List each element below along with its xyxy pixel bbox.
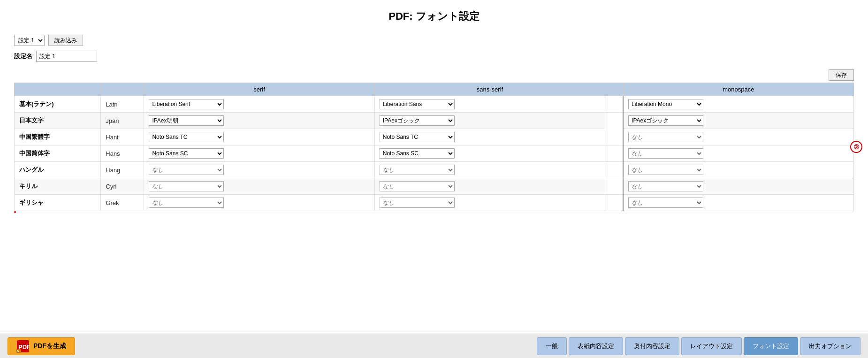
serif-cell-latn: Liberation Serif [144, 96, 374, 113]
top-controls: 設定 1 読み込み [14, 35, 854, 46]
mono-select-jpan[interactable]: IPAexゴシック [628, 115, 703, 126]
serif-select-jpan[interactable]: IPAex明朝 [149, 115, 224, 126]
pdf-generate-label: PDFを生成 [33, 342, 66, 350]
header-empty1 [15, 83, 101, 96]
mono-select-cyrl[interactable]: なし [628, 181, 703, 191]
row-label-cyrl: キリル [15, 178, 101, 195]
serif-cell-grek: なし [144, 195, 374, 211]
setting-name-row: 設定名 [14, 51, 854, 62]
row-code-hans: Hans [101, 145, 144, 162]
row-label-grek: ギリシャ [15, 195, 101, 211]
serif-cell-hang: なし [144, 162, 374, 178]
save-row: 保存 [14, 69, 854, 81]
serif-select-hans[interactable]: Noto Sans SC [149, 148, 224, 159]
sans-cell-hans: Noto Sans SC [374, 145, 605, 162]
mono-cell-hant: なし [623, 129, 853, 145]
load-button[interactable]: 読み込み [48, 35, 83, 46]
row-code-grek: Grek [101, 195, 144, 211]
serif-select-hant[interactable]: Noto Sans TC [149, 132, 224, 142]
table-row: 基本(ラテン)LatnLiberation SerifLiberation Sa… [15, 96, 854, 113]
row-code-hang: Hang [101, 162, 144, 178]
sans-cell-hang: なし [374, 162, 605, 178]
mono-select-hant[interactable]: なし [628, 132, 703, 142]
setting-name-input[interactable] [36, 51, 97, 62]
sep-cell-3 [605, 145, 623, 162]
sans-select-latn[interactable]: Liberation Sans [380, 99, 455, 109]
sans-select-cyrl[interactable]: なし [380, 181, 455, 191]
header-sans: sans-serif [374, 83, 605, 96]
row-code-jpan: Jpan [101, 113, 144, 129]
serif-cell-jpan: IPAex明朝 [144, 113, 374, 129]
mono-cell-grek: なし [623, 195, 853, 211]
table-row: 中国简体字HansNoto Sans SCNoto Sans SCなし [15, 145, 854, 162]
header-sep [605, 83, 623, 96]
nav-tab-4[interactable]: フォント設定 [744, 337, 798, 355]
row-label-hans: 中国简体字 [15, 145, 101, 162]
sep-cell-0 [605, 96, 623, 113]
sans-cell-grek: なし [374, 195, 605, 211]
row-label-latn: 基本(ラテン) [15, 96, 101, 113]
row-label-hant: 中国繁體字 [15, 129, 101, 145]
setting-name-label: 設定名 [14, 52, 32, 61]
row-code-hant: Hant [101, 129, 144, 145]
sans-cell-cyrl: なし [374, 178, 605, 195]
table-row: ギリシャGrekなしなしなし [15, 195, 854, 211]
mono-cell-hang: なし [623, 162, 853, 178]
nav-tabs: 一般表紙内容設定奥付内容設定レイアウト設定フォント設定出力オプション [537, 337, 860, 355]
sans-cell-jpan: IPAexゴシック [374, 113, 605, 129]
header-serif: serif [144, 83, 374, 96]
serif-select-latn[interactable]: Liberation Serif [149, 99, 224, 109]
mono-cell-jpan: IPAexゴシック [623, 113, 853, 129]
pdf-generate-button[interactable]: PDF b PDFを生成 [8, 337, 75, 355]
table-row: キリルCyrlなしなしなし [15, 178, 854, 195]
sans-select-hans[interactable]: Noto Sans SC [380, 148, 455, 159]
table-row: ハングルHangなしなしなし [15, 162, 854, 178]
sans-cell-hant: Noto Sans TC [374, 129, 605, 145]
serif-cell-hans: Noto Sans SC [144, 145, 374, 162]
table-row: 日本文字JpanIPAex明朝IPAexゴシックIPAexゴシック [15, 113, 854, 129]
svg-text:b: b [17, 350, 19, 353]
bottom-bar: PDF b PDFを生成 一般表紙内容設定奥付内容設定レイアウト設定フォント設定… [0, 334, 868, 358]
sans-select-hang[interactable]: なし [380, 165, 455, 175]
sep-cell-2 [605, 129, 623, 145]
font-table: serif sans-serif monospace 基本(ラテン)LatnLi… [14, 83, 854, 211]
sep-cell-4 [605, 162, 623, 178]
table-row: 中国繁體字HantNoto Sans TCNoto Sans TCなし [15, 129, 854, 145]
serif-cell-cyrl: なし [144, 178, 374, 195]
nav-tab-1[interactable]: 表紙内容設定 [569, 337, 623, 355]
sep-cell-6 [605, 195, 623, 211]
font-table-wrapper: serif sans-serif monospace 基本(ラテン)LatnLi… [14, 83, 854, 211]
sep-cell-1 [605, 113, 623, 129]
nav-tab-3[interactable]: レイアウト設定 [681, 337, 742, 355]
pdf-icon: PDF b [16, 340, 30, 353]
serif-select-cyrl[interactable]: なし [149, 181, 224, 191]
serif-select-grek[interactable]: なし [149, 198, 224, 208]
row-label-jpan: 日本文字 [15, 113, 101, 129]
serif-cell-hant: Noto Sans TC [144, 129, 374, 145]
mono-cell-cyrl: なし [623, 178, 853, 195]
mono-select-latn[interactable]: Liberation Mono [628, 99, 703, 109]
page-title: PDF: フォント設定 [14, 9, 854, 23]
nav-tab-2[interactable]: 奥付内容設定 [625, 337, 679, 355]
mono-cell-hans: なし [623, 145, 853, 162]
row-label-hang: ハングル [15, 162, 101, 178]
serif-select-hang[interactable]: なし [149, 165, 224, 175]
sans-cell-latn: Liberation Sans [374, 96, 605, 113]
header-empty2 [101, 83, 144, 96]
sans-select-jpan[interactable]: IPAexゴシック [380, 115, 455, 126]
nav-tab-0[interactable]: 一般 [537, 337, 567, 355]
mono-select-hans[interactable]: なし [628, 148, 703, 159]
setting-select-wrapper: 設定 1 [14, 35, 45, 46]
mono-select-hang[interactable]: なし [628, 165, 703, 175]
sans-select-grek[interactable]: なし [380, 198, 455, 208]
mono-select-grek[interactable]: なし [628, 198, 703, 208]
circle-badge-2: ② [850, 141, 862, 153]
sans-select-hant[interactable]: Noto Sans TC [380, 132, 455, 142]
save-button[interactable]: 保存 [829, 69, 854, 81]
sep-cell-5 [605, 178, 623, 195]
setting-select[interactable]: 設定 1 [14, 35, 45, 46]
nav-tab-5[interactable]: 出力オプション [800, 337, 860, 355]
row-code-cyrl: Cyrl [101, 178, 144, 195]
header-mono: monospace [623, 83, 853, 96]
row-code-latn: Latn [101, 96, 144, 113]
